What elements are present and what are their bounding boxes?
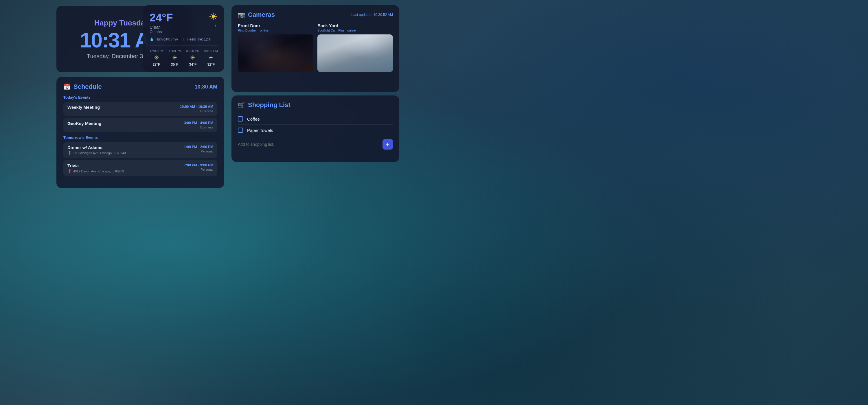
schedule-header: 📅 Schedule 10:30 AM [63, 83, 217, 91]
forecast-slot: 03:00 PM ☀ 35°F [168, 49, 181, 66]
shopping-add-row[interactable]: + [238, 139, 393, 150]
shopping-list-item: Paper Towels [238, 125, 393, 136]
event-item: Weekly Meeting 10:00 AM - 10:30 AM Busin… [63, 102, 217, 116]
event-right: 10:00 AM - 10:30 AM Business [180, 105, 213, 113]
thermometer-icon: 🌡 [182, 37, 186, 41]
weather-forecast: 12:00 PM ☀ 27°F 03:00 PM ☀ 35°F 06:00 PM… [150, 45, 218, 66]
shopping-item-checkbox[interactable] [238, 116, 243, 122]
weather-condition: Clear [150, 25, 173, 30]
widgets-container: Happy Tuesday! 10:31 AM Tuesday, Decembe… [0, 0, 868, 405]
location-icon: 📍 [67, 151, 72, 155]
location-text: 123 Michigan Ave, Chicago, IL 65940 [73, 151, 126, 155]
event-time: 3:00 PM - 4:00 PM [184, 121, 213, 125]
forecast-sun-icon: ☀ [190, 54, 195, 61]
forecast-temp: 32°F [208, 62, 215, 66]
event-category: Business [184, 126, 213, 129]
forecast-time: 03:00 PM [168, 49, 181, 53]
weather-right: ☀ ↻ [209, 11, 218, 28]
camera-status: Spotlight Cam Plus - online [317, 29, 393, 32]
forecast-temp: 34°F [189, 62, 196, 66]
forecast-sun-icon: ☀ [154, 54, 159, 61]
event-time: 10:00 AM - 10:30 AM [180, 105, 213, 109]
camera-icon: 📷 [238, 11, 245, 18]
weather-city: Omaha [150, 30, 173, 34]
camera-preview[interactable] [238, 34, 313, 72]
forecast-slot: 12:00 PM ☀ 27°F [150, 49, 163, 66]
camera-status: Ring Doorbell - online [238, 29, 313, 32]
event-time: 7:00 PM - 9:00 PM [184, 163, 213, 167]
today-events: Weekly Meeting 10:00 AM - 10:30 AM Busin… [63, 102, 217, 132]
event-location: 📍123 Michigan Ave, Chicago, IL 65940 [67, 151, 126, 155]
forecast-slot: 09:00 PM ☀ 32°F [204, 49, 218, 66]
schedule-current-time: 10:30 AM [195, 84, 217, 90]
forecast-time: 06:00 PM [186, 49, 199, 53]
weather-top: 24°F Clear Omaha ☀ ↻ [150, 11, 218, 34]
shopping-header: 🛒 Shopping List [238, 101, 393, 109]
shopping-list-card: 🛒 Shopping List Coffee Paper Towels + [231, 95, 399, 162]
cameras-card: 📷 Cameras Last updated: 10:30:52 AM Fron… [231, 5, 399, 92]
humidity-text: Humidity: 74% [155, 37, 178, 41]
forecast-sun-icon: ☀ [172, 54, 177, 61]
event-location: 📍4012 Devon Ave, Chicago, IL 68203 [67, 169, 124, 173]
event-category: Personal [184, 150, 213, 153]
today-label: Today's Events [63, 95, 217, 99]
event-left: Dinner w/ Adams 📍123 Michigan Ave, Chica… [67, 145, 126, 155]
camera-preview[interactable] [317, 34, 393, 72]
feels-like-detail: 🌡 Feels like: 12°F [182, 37, 211, 41]
event-right: 3:00 PM - 4:00 PM Business [184, 121, 213, 129]
camera-name: Back Yard [317, 23, 393, 28]
weather-details: 💧 Humidity: 74% 🌡 Feels like: 12°F [150, 37, 218, 41]
tomorrow-label: Tomorrow's Events [63, 135, 217, 140]
forecast-sun-icon: ☀ [208, 54, 214, 61]
event-left: Weekly Meeting [67, 105, 100, 110]
event-item: Trivia 📍4012 Devon Ave, Chicago, IL 6820… [63, 160, 217, 176]
cameras-last-updated: Last updated: 10:30:52 AM [351, 13, 393, 17]
weather-temperature: 24°F [150, 11, 173, 24]
humidity-icon: 💧 [150, 37, 154, 41]
forecast-slot: 06:00 PM ☀ 34°F [186, 49, 199, 66]
event-category: Business [180, 110, 213, 113]
forecast-time: 09:00 PM [204, 49, 218, 53]
tomorrow-events: Dinner w/ Adams 📍123 Michigan Ave, Chica… [63, 142, 217, 176]
event-left: GeoKey Meeting [67, 121, 101, 126]
shopping-icon: 🛒 [238, 101, 245, 108]
weather-card: 24°F Clear Omaha ☀ ↻ 💧 Humidity: 74% 🌡 F… [143, 5, 224, 72]
humidity-detail: 💧 Humidity: 74% [150, 37, 178, 41]
event-item: Dinner w/ Adams 📍123 Michigan Ave, Chica… [63, 142, 217, 158]
location-text: 4012 Devon Ave, Chicago, IL 68203 [73, 169, 124, 173]
event-left: Trivia 📍4012 Devon Ave, Chicago, IL 6820… [67, 163, 124, 173]
event-name: Weekly Meeting [67, 105, 100, 110]
event-right: 7:00 PM - 9:00 PM Personal [184, 163, 213, 171]
weather-info: 24°F Clear Omaha [150, 11, 173, 34]
cameras-header: 📷 Cameras Last updated: 10:30:52 AM [238, 11, 393, 19]
shopping-add-button[interactable]: + [382, 139, 393, 150]
forecast-temp: 35°F [171, 62, 178, 66]
shopping-add-input[interactable] [238, 140, 380, 148]
shopping-title: Shopping List [248, 101, 290, 109]
forecast-time: 12:00 PM [150, 49, 163, 53]
event-right: 1:00 PM - 2:00 PM Personal [184, 145, 213, 153]
camera-name: Front Door [238, 23, 313, 28]
schedule-title: Schedule [73, 83, 102, 91]
shopping-item-name: Paper Towels [247, 128, 273, 133]
refresh-icon[interactable]: ↻ [214, 24, 218, 28]
event-item: GeoKey Meeting 3:00 PM - 4:00 PM Busines… [63, 118, 217, 132]
sun-icon: ☀ [209, 11, 218, 22]
schedule-card: 📅 Schedule 10:30 AM Today's Events Weekl… [56, 77, 224, 188]
cameras-title-row: 📷 Cameras [238, 11, 275, 19]
cameras-title: Cameras [248, 11, 275, 19]
event-time: 1:00 PM - 2:00 PM [184, 145, 213, 149]
cameras-grid: Front Door Ring Doorbell - online Back Y… [238, 23, 393, 72]
shopping-item-checkbox[interactable] [238, 128, 243, 133]
calendar-icon: 📅 [63, 83, 71, 90]
shopping-item-name: Coffee [247, 117, 260, 122]
camera-feed: Back Yard Spotlight Cam Plus - online [317, 23, 393, 72]
event-name: Trivia [67, 163, 124, 168]
feels-like-text: Feels like: 12°F [187, 37, 211, 41]
shopping-list-item: Coffee [238, 114, 393, 125]
camera-feed: Front Door Ring Doorbell - online [238, 23, 313, 72]
shopping-items: Coffee Paper Towels [238, 114, 393, 136]
forecast-temp: 27°F [153, 62, 160, 66]
location-icon: 📍 [67, 169, 72, 173]
event-category: Personal [184, 168, 213, 171]
